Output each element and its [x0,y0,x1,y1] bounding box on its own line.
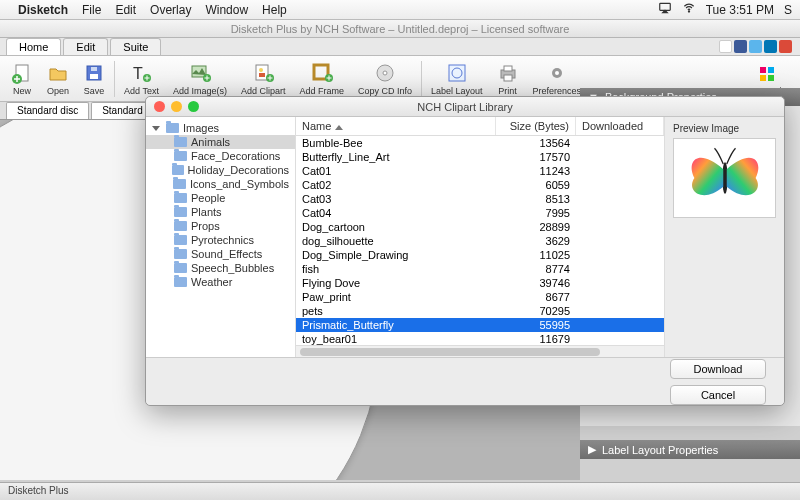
tree-item[interactable]: Holiday_Decorations [146,163,295,177]
text-icon: T [130,62,152,84]
tree-item[interactable]: Pyrotechnics [146,233,295,247]
mac-menubar: Disketch File Edit Overlay Window Help T… [0,0,800,20]
tree-item[interactable]: Plants [146,205,295,219]
like-icon[interactable] [719,40,732,53]
svg-rect-19 [449,65,465,81]
file-row[interactable]: Prismatic_Butterfly55995 [296,318,664,332]
svg-rect-22 [504,66,512,71]
cancel-button[interactable]: Cancel [670,385,766,405]
file-row[interactable]: toy_bear0111679 [296,332,664,345]
ribbon-tab-suite[interactable]: Suite [110,38,161,55]
preferences-button[interactable]: Preferences [526,60,589,98]
file-row[interactable]: Cat0111243 [296,164,664,178]
dialog-titlebar[interactable]: NCH Clipart Library [146,97,784,117]
preview-image [673,138,776,218]
file-row[interactable]: pets70295 [296,304,664,318]
ribbon-tab-edit[interactable]: Edit [63,38,108,55]
svg-point-25 [555,71,559,75]
folder-icon [174,263,187,273]
print-icon [497,62,519,84]
tree-item[interactable]: Sound_Effects [146,247,295,261]
preview-pane: Preview Image [664,117,784,357]
user-initial[interactable]: S [784,3,792,17]
svg-rect-13 [259,73,265,77]
col-downloaded[interactable]: Downloaded [576,117,664,135]
menu-help[interactable]: Help [262,3,287,17]
menu-file[interactable]: File [82,3,101,17]
tree-root[interactable]: Images [146,121,295,135]
add-frame-button[interactable]: Add Frame [292,60,351,98]
folder-icon [174,221,187,231]
app-name[interactable]: Disketch [18,3,68,17]
tree-item[interactable]: Icons_and_Symbols [146,177,295,191]
tree-item[interactable]: Speech_Bubbles [146,261,295,275]
facebook-icon[interactable] [734,40,747,53]
cd-icon [374,62,396,84]
file-row[interactable]: Butterfly_Line_Art17570 [296,150,664,164]
open-button[interactable]: Open [40,60,76,98]
ribbon-tabs: Home Edit Suite [0,38,800,56]
image-icon [189,62,211,84]
horizontal-scrollbar[interactable] [296,345,664,357]
scrollbar-thumb[interactable] [300,348,600,356]
print-button[interactable]: Print [490,60,526,98]
download-button[interactable]: Download [670,359,766,379]
layout-icon [446,62,468,84]
col-name[interactable]: Name [296,117,496,135]
window-titlebar: Disketch Plus by NCH Software – Untitled… [0,20,800,38]
doc-tab-disc[interactable]: Standard disc [6,102,89,119]
close-icon[interactable] [154,101,165,112]
file-row[interactable]: Cat026059 [296,178,664,192]
svg-rect-28 [760,75,766,81]
svg-rect-29 [768,75,774,81]
folder-icon [174,193,187,203]
minimize-icon[interactable] [171,101,182,112]
svg-rect-0 [659,3,670,10]
add-clipart-button[interactable]: Add Clipart [234,60,293,98]
folder-icon [172,165,184,175]
new-button[interactable]: New [4,60,40,98]
file-row[interactable]: dog_silhouette3629 [296,234,664,248]
airplay-icon[interactable] [658,1,672,18]
googleplus-icon[interactable] [779,40,792,53]
frame-icon [311,62,333,84]
file-row[interactable]: fish8774 [296,262,664,276]
save-button[interactable]: Save [76,60,112,98]
folder-icon [166,123,179,133]
svg-point-18 [383,71,387,75]
file-row[interactable]: Flying Dove39746 [296,276,664,290]
wifi-icon[interactable] [682,1,696,18]
tree-item[interactable]: Weather [146,275,295,289]
file-row[interactable]: Bumble-Bee13564 [296,136,664,150]
svg-rect-27 [768,67,774,73]
folder-icon [174,151,187,161]
tree-item[interactable]: Face_Decorations [146,149,295,163]
disclosure-triangle-icon [152,126,160,131]
menu-window[interactable]: Window [205,3,248,17]
dialog-title: NCH Clipart Library [417,101,512,113]
tree-item[interactable]: Props [146,219,295,233]
add-images-button[interactable]: Add Image(s) [166,60,234,98]
file-row[interactable]: Dog_Simple_Drawing11025 [296,248,664,262]
tree-item[interactable]: People [146,191,295,205]
linkedin-icon[interactable] [764,40,777,53]
clock[interactable]: Tue 3:51 PM [706,3,774,17]
social-icons [719,40,792,53]
folder-icon [174,249,187,259]
ribbon-tab-home[interactable]: Home [6,38,61,55]
label-layout-button[interactable]: Label Layout [424,60,490,98]
menu-edit[interactable]: Edit [115,3,136,17]
layout-properties-header[interactable]: ▶Label Layout Properties [580,440,800,459]
col-size[interactable]: Size (Bytes) [496,117,576,135]
menu-overlay[interactable]: Overlay [150,3,191,17]
twitter-icon[interactable] [749,40,762,53]
tree-item[interactable]: Animals [146,135,295,149]
file-row[interactable]: Dog_cartoon28899 [296,220,664,234]
zoom-icon[interactable] [188,101,199,112]
add-text-button[interactable]: TAdd Text [117,60,166,98]
file-row[interactable]: Paw_print8677 [296,290,664,304]
folder-icon [174,137,187,147]
file-row[interactable]: Cat038513 [296,192,664,206]
file-row[interactable]: Cat047995 [296,206,664,220]
copy-cd-button[interactable]: Copy CD Info [351,60,419,98]
